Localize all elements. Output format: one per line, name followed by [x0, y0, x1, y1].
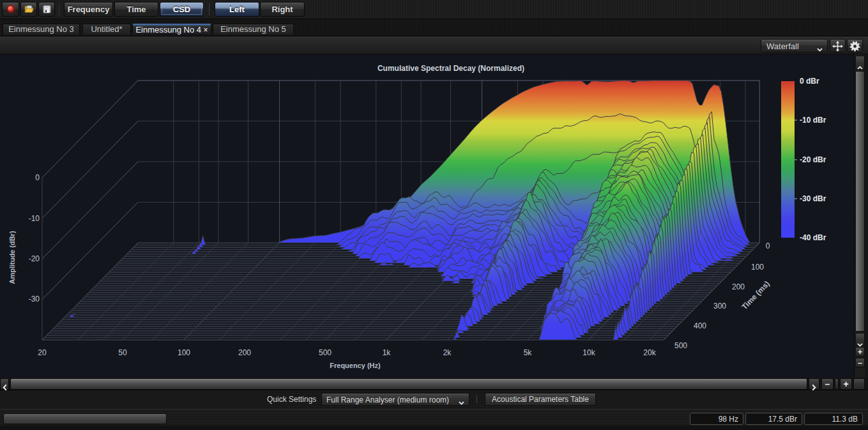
svg-text:100: 100 [178, 348, 190, 357]
svg-text:500: 500 [674, 341, 687, 350]
svg-text:2k: 2k [443, 348, 452, 357]
svg-text:Frequency (Hz): Frequency (Hz) [330, 362, 381, 369]
svg-text:-20 dBr: -20 dBr [800, 155, 826, 164]
svg-text:400: 400 [694, 321, 706, 330]
svg-text:5k: 5k [524, 348, 533, 357]
svg-text:20: 20 [38, 348, 47, 357]
svg-text:1k: 1k [383, 348, 392, 357]
svg-text:-30: -30 [29, 295, 40, 303]
svg-text:0 dBr: 0 dBr [800, 77, 819, 86]
svg-text:300: 300 [713, 302, 726, 311]
svg-text:200: 200 [732, 282, 745, 291]
svg-text:100: 100 [751, 263, 764, 272]
svg-text:-20: -20 [29, 254, 40, 263]
svg-text:-40 dBr: -40 dBr [800, 233, 826, 242]
svg-text:-10 dBr: -10 dBr [800, 116, 826, 125]
svg-text:-30 dBr: -30 dBr [800, 194, 826, 203]
svg-text:200: 200 [238, 348, 251, 357]
svg-text:20k: 20k [643, 348, 656, 357]
svg-text:-10: -10 [29, 214, 40, 223]
svg-text:50: 50 [118, 348, 127, 357]
svg-text:0: 0 [766, 242, 770, 250]
svg-text:Cumulative Spectral Decay (Nor: Cumulative Spectral Decay (Normalized) [377, 64, 524, 73]
svg-text:Amplitude (dBr): Amplitude (dBr) [8, 231, 16, 284]
svg-text:0: 0 [35, 173, 40, 182]
svg-text:10k: 10k [582, 348, 595, 357]
svg-text:500: 500 [319, 348, 331, 357]
